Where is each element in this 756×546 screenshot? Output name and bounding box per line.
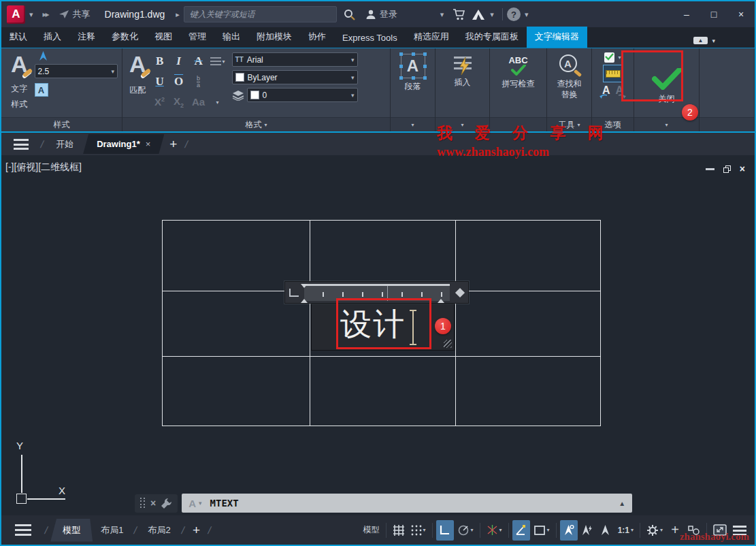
snap-toggle[interactable]: ▾ xyxy=(408,520,429,541)
tab-manage[interactable]: 管理 xyxy=(180,27,214,48)
close-tab-icon[interactable]: × xyxy=(146,139,151,149)
autodesk-caret-icon[interactable]: ▾ xyxy=(490,10,494,19)
viewport-restore-icon[interactable] xyxy=(723,165,731,173)
close-button[interactable]: × xyxy=(727,4,755,25)
tab-insert[interactable]: 插入 xyxy=(35,27,69,48)
drawing-canvas[interactable]: [-][俯视][二维线框] × 设计 xyxy=(1,155,755,515)
ribbon-collapse-control[interactable]: ▲ ▾ xyxy=(693,37,715,44)
layout2-tab[interactable]: 布局2 xyxy=(140,519,179,542)
layout-menu-icon[interactable] xyxy=(15,524,31,536)
viewport-close-icon[interactable]: × xyxy=(740,163,745,174)
width-resize-handle[interactable] xyxy=(455,287,465,297)
filename-caret-icon[interactable]: ▸ xyxy=(176,10,180,19)
app-menu-caret-icon[interactable]: ▾ xyxy=(29,10,33,19)
polar-tracking-toggle[interactable]: ▾ xyxy=(455,520,476,541)
tab-addins[interactable]: 附加模块 xyxy=(248,27,300,48)
viewport-minimize-icon[interactable] xyxy=(706,168,714,170)
color-combo[interactable]: ByLayer ▾ xyxy=(232,70,358,84)
insert-expand-icon[interactable]: ▾ xyxy=(461,122,463,128)
dynamic-input-toggle[interactable]: ▾ xyxy=(531,520,553,541)
case-caret-icon[interactable]: ▾ xyxy=(216,99,219,106)
match-properties-icon[interactable]: A xyxy=(129,52,146,76)
scale-selector[interactable]: 1:1▾ xyxy=(615,520,636,541)
viewport-controls-label[interactable]: [-][俯视][二维线框] xyxy=(5,161,82,174)
right-indent-marker[interactable] xyxy=(438,299,444,303)
new-layout-button[interactable]: + xyxy=(193,523,200,538)
paragraph-indent-marker[interactable] xyxy=(301,299,308,303)
command-value[interactable]: MTEXT xyxy=(210,498,617,509)
paragraph-expand-icon[interactable]: ▾ xyxy=(411,122,414,128)
editor-resize-handle[interactable] xyxy=(444,340,452,348)
annotation-scale-icon-button[interactable] xyxy=(597,520,614,541)
tab-annotate[interactable]: 注释 xyxy=(69,27,103,48)
object-snap-toggle[interactable] xyxy=(512,520,530,541)
annotation-visibility-toggle[interactable] xyxy=(560,520,578,541)
strikethrough-button[interactable]: A xyxy=(194,54,202,68)
customization-plus-button[interactable]: + xyxy=(666,520,684,541)
search-input[interactable] xyxy=(184,6,337,22)
annotative-style-swatch[interactable]: A xyxy=(35,83,48,97)
panel-tools-strip[interactable]: 工具 ▾ xyxy=(547,117,591,131)
cart-icon[interactable] xyxy=(453,9,466,20)
tab-output[interactable]: 输出 xyxy=(214,27,248,48)
insert-button[interactable]: 插入 xyxy=(435,48,489,117)
signin-button[interactable]: 登录 xyxy=(365,8,397,20)
customize-menu-button[interactable] xyxy=(730,520,749,541)
superscript-button[interactable]: X2 xyxy=(154,96,165,108)
grid-toggle[interactable] xyxy=(390,520,408,541)
minimize-button[interactable]: – xyxy=(673,4,700,25)
tab-express-tools[interactable]: Express Tools xyxy=(334,29,406,48)
bold-button[interactable]: B xyxy=(156,54,163,68)
underline-button[interactable]: U xyxy=(155,75,163,89)
close-expand-icon[interactable]: ▾ xyxy=(665,122,668,128)
auto-scale-toggle[interactable] xyxy=(578,520,596,541)
subscript-button[interactable]: X2 xyxy=(174,95,184,109)
model-tab[interactable]: 模型 xyxy=(50,519,93,542)
tab-collaborate[interactable]: 协作 xyxy=(300,27,334,48)
quick-access-expand-icon[interactable]: ▸▸ xyxy=(43,10,48,19)
font-combo[interactable]: TT Arial ▾ xyxy=(232,52,358,67)
ruler-toggle[interactable] xyxy=(603,65,623,82)
share-button[interactable]: 共享 xyxy=(59,8,91,20)
tab-parametric[interactable]: 参数化 xyxy=(103,27,146,48)
tab-drawing1[interactable]: Drawing1* × xyxy=(83,134,164,154)
tab-my-panel[interactable]: 我的专属面板 xyxy=(457,27,527,48)
command-input-bar[interactable]: A ▾ MTEXT ▲ xyxy=(182,494,632,513)
app-logo-icon[interactable]: A xyxy=(7,5,25,24)
annotative-icon[interactable] xyxy=(39,51,48,61)
italic-button[interactable]: I xyxy=(176,54,181,68)
ortho-toggle[interactable] xyxy=(436,520,454,541)
layer-combo[interactable]: 0 ▾ xyxy=(247,88,358,102)
text-height-combo[interactable]: 2.5 ▾ xyxy=(35,64,118,78)
paragraph-button[interactable]: A 段落 xyxy=(391,48,435,117)
tab-view[interactable]: 视图 xyxy=(146,27,180,48)
tab-text-editor[interactable]: 文字编辑器 xyxy=(527,27,587,48)
stack-button[interactable]: ba xyxy=(197,76,200,89)
new-drawing-button[interactable]: + xyxy=(169,137,177,152)
tab-default[interactable]: 默认 xyxy=(1,27,35,48)
model-space-button[interactable]: 模型 xyxy=(361,520,382,541)
wrench-icon[interactable] xyxy=(161,498,172,509)
object-snap-tracking-toggle[interactable]: ▾ xyxy=(484,520,505,541)
text-style-icon[interactable]: A xyxy=(11,52,28,76)
help-caret-icon[interactable]: ▾ xyxy=(525,10,529,19)
search-icon[interactable] xyxy=(344,9,355,20)
spell-check-button[interactable]: ABC 拼写检查 xyxy=(490,48,546,117)
menu-icon[interactable] xyxy=(14,139,29,150)
command-grip[interactable]: × xyxy=(135,494,178,513)
tab-stop-icon[interactable] xyxy=(289,289,299,297)
paragraph-combo-button[interactable]: ▾ xyxy=(210,57,225,65)
help-icon[interactable]: ? xyxy=(507,7,521,21)
layout1-tab[interactable]: 布局1 xyxy=(93,519,131,542)
overline-button[interactable]: O xyxy=(174,75,183,89)
check-spelling-toggle[interactable]: ▾ xyxy=(604,52,621,63)
account-caret-icon[interactable]: ▾ xyxy=(440,10,444,19)
settings-button[interactable]: ▾ xyxy=(644,520,665,541)
panel-format-strip[interactable]: 格式 ▾ xyxy=(122,117,390,131)
first-line-indent-marker[interactable] xyxy=(301,284,308,288)
tab-start[interactable]: 开始 xyxy=(46,133,83,155)
tab-featured-apps[interactable]: 精选应用 xyxy=(406,27,457,48)
command-close-icon[interactable]: × xyxy=(150,498,156,509)
clean-screen-button[interactable] xyxy=(710,520,729,541)
undo-button[interactable]: A xyxy=(602,84,610,97)
